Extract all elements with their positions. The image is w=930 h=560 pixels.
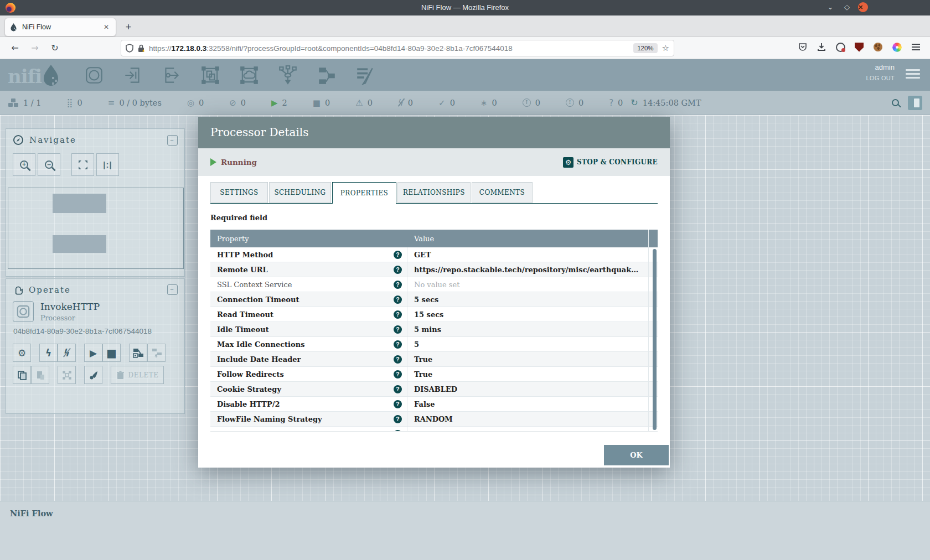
help-icon[interactable]: ? xyxy=(394,385,402,393)
lock-warning-icon[interactable] xyxy=(137,44,145,53)
tab-relationships[interactable]: RELATIONSHIPS xyxy=(397,182,471,203)
window-minimize-button[interactable]: ⌄ xyxy=(825,2,836,13)
help-icon[interactable]: ? xyxy=(394,281,402,289)
table-row: Idle Timeout? 5 mins xyxy=(210,322,658,337)
group-button[interactable] xyxy=(58,366,76,384)
theme-extension-icon[interactable] xyxy=(891,42,902,53)
drag-remote-process-group-icon[interactable] xyxy=(238,64,260,86)
tab-comments[interactable]: COMMENTS xyxy=(472,182,533,203)
ok-button[interactable]: OK xyxy=(604,445,669,465)
operate-panel: Operate – InvokeHTTP Processor 04b8fd14-… xyxy=(6,278,185,414)
upload-template-button[interactable] xyxy=(147,344,166,362)
help-icon[interactable]: ? xyxy=(394,430,402,432)
help-icon[interactable]: ? xyxy=(394,340,402,349)
enable-button[interactable]: ϟ xyxy=(39,344,58,362)
start-button[interactable]: ▶ xyxy=(84,344,102,362)
browser-tab[interactable]: NiFi Flow ✕ xyxy=(4,18,116,37)
save-template-button[interactable] xyxy=(129,344,147,362)
status-locally-modified-stale: !0 xyxy=(566,98,583,107)
queued-icon: ≡ xyxy=(108,98,115,108)
copy-button[interactable] xyxy=(13,366,31,384)
url-text[interactable]: https://172.18.0.3:32558/nifi/?processGr… xyxy=(149,44,633,53)
tab-close-icon[interactable]: ✕ xyxy=(101,23,111,31)
account-extension-icon[interactable] xyxy=(835,42,846,53)
value-column-header: Value xyxy=(407,230,649,247)
navigate-collapse-button[interactable]: – xyxy=(167,135,178,146)
table-scrollbar[interactable] xyxy=(653,249,657,430)
new-tab-button[interactable]: + xyxy=(122,21,135,34)
status-sync-failure: ?0 xyxy=(609,98,623,108)
gear-icon: ⚙ xyxy=(18,348,26,359)
operate-collapse-button[interactable]: – xyxy=(167,284,178,295)
forward-button[interactable]: → xyxy=(28,42,42,55)
zoom-fit-button[interactable] xyxy=(71,153,94,176)
ublock-icon[interactable] xyxy=(854,42,865,53)
back-button[interactable]: ← xyxy=(8,42,22,55)
help-icon[interactable]: ? xyxy=(394,355,402,364)
tab-settings[interactable]: SETTINGS xyxy=(210,182,268,203)
nifi-logo: nifi xyxy=(8,64,60,87)
drag-output-port-icon[interactable] xyxy=(161,64,183,86)
compass-icon xyxy=(13,134,24,146)
sync-failure-icon: ? xyxy=(609,98,613,108)
downloads-icon[interactable] xyxy=(816,42,827,53)
help-icon[interactable]: ? xyxy=(394,370,402,378)
drag-process-group-icon[interactable] xyxy=(199,64,221,86)
play-icon: ▶ xyxy=(90,348,97,359)
birdseye-minimap[interactable] xyxy=(8,188,184,269)
zoom-actual-button[interactable]: |:| xyxy=(96,153,119,176)
cookie-extension-icon[interactable] xyxy=(872,42,884,53)
logout-link[interactable]: LOG OUT xyxy=(866,75,895,81)
settings-drawer-icon[interactable] xyxy=(908,96,922,110)
drag-funnel-icon[interactable] xyxy=(277,64,299,86)
cluster-icon xyxy=(8,98,19,108)
color-button[interactable] xyxy=(84,366,102,384)
delete-button[interactable]: DELETE xyxy=(111,366,164,384)
table-row: Follow Redirects? True xyxy=(210,367,658,382)
drag-template-icon[interactable] xyxy=(316,64,338,86)
pocket-icon[interactable] xyxy=(797,42,808,53)
global-menu-icon[interactable] xyxy=(906,69,920,81)
status-running: ▶2 xyxy=(271,98,287,108)
reload-button[interactable]: ↻ xyxy=(48,42,62,55)
navigate-panel: Navigate – + – |:| xyxy=(6,128,185,277)
zoom-out-button[interactable]: – xyxy=(38,153,60,176)
drag-processor-icon[interactable] xyxy=(83,64,105,86)
app-menu-icon[interactable] xyxy=(910,42,921,53)
search-icon[interactable] xyxy=(892,99,899,106)
help-icon[interactable]: ? xyxy=(394,295,402,304)
refresh-icon[interactable]: ↻ xyxy=(631,97,638,108)
help-icon[interactable]: ? xyxy=(394,325,402,334)
window-close-button[interactable]: ✕ xyxy=(858,2,868,12)
stop-and-configure-button[interactable]: ⚙ STOP & CONFIGURE xyxy=(563,157,658,168)
stop-button[interactable]: ■ xyxy=(102,344,121,362)
status-stopped: ■0 xyxy=(313,98,330,108)
table-row: Remote URL? https://repo.stackable.tech/… xyxy=(210,262,658,277)
invalid-icon: ⚠ xyxy=(355,98,363,108)
drag-label-icon[interactable] xyxy=(354,64,376,86)
window-maximize-button[interactable]: ◇ xyxy=(841,2,852,13)
page-zoom-badge[interactable]: 120% xyxy=(633,43,657,53)
help-icon[interactable]: ? xyxy=(394,415,402,423)
lightning-slash-icon: ϟ xyxy=(64,348,70,359)
help-icon[interactable]: ? xyxy=(394,400,402,408)
url-bar[interactable]: https://172.18.0.3:32558/nifi/?processGr… xyxy=(121,40,674,56)
tab-properties[interactable]: PROPERTIES xyxy=(332,182,396,204)
help-icon[interactable]: ? xyxy=(394,251,402,259)
operate-title: Operate xyxy=(29,285,71,295)
drag-input-port-icon[interactable] xyxy=(122,64,144,86)
zoom-in-button[interactable]: + xyxy=(13,153,35,176)
nifi-header: nifi xyxy=(0,59,930,91)
help-icon[interactable]: ? xyxy=(394,266,402,274)
bottom-band: NiFi Flow xyxy=(0,501,930,560)
tab-scheduling[interactable]: SCHEDULING xyxy=(269,182,331,203)
help-icon[interactable]: ? xyxy=(394,310,402,319)
paste-button[interactable] xyxy=(31,366,49,384)
bookmark-star-icon[interactable]: ☆ xyxy=(662,43,669,53)
configure-button[interactable]: ⚙ xyxy=(13,344,31,362)
group-icon xyxy=(62,370,72,380)
locally-modified-icon: ∗ xyxy=(480,98,488,108)
breadcrumb[interactable]: NiFi Flow xyxy=(0,501,930,518)
disable-button[interactable]: ϟ xyxy=(58,344,76,362)
tracking-shield-icon[interactable] xyxy=(126,44,133,53)
